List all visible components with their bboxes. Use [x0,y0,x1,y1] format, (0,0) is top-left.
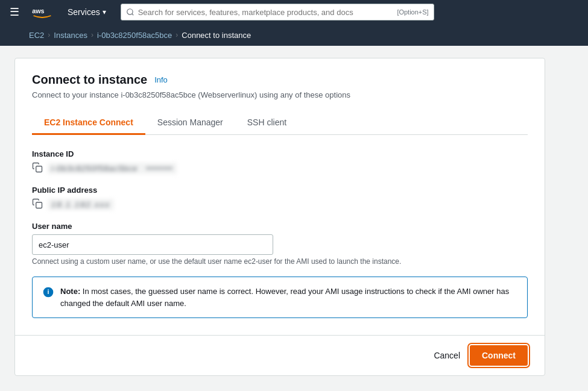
username-section: User name Connect using a custom user na… [32,222,528,266]
panel-title: Connect to instance [32,73,147,87]
svg-line-2 [131,14,133,16]
svg-point-1 [127,9,132,14]
search-shortcut-label: [Option+S] [397,8,428,16]
search-input[interactable] [138,8,395,17]
top-navigation: ☰ aws Services ▾ [Option+S] [0,0,588,24]
note-text: Note: In most cases, the guessed user na… [60,286,517,309]
breadcrumb-ec2[interactable]: EC2 [29,31,44,40]
note-box: i Note: In most cases, the guessed user … [32,277,528,318]
copy-public-ip-icon[interactable] [32,198,43,211]
breadcrumb-instance-id[interactable]: i-0b3c8250f58ac5bce [97,31,172,40]
svg-rect-3 [36,166,42,172]
info-link[interactable]: Info [154,75,168,84]
username-label: User name [32,222,528,231]
instance-id-section: Instance ID i-0b3c8250f58ac5bce •••••••• [32,149,528,175]
public-ip-section: Public IP address 18.1.182.xxx [32,186,528,211]
instance-id-row: i-0b3c8250f58ac5bce •••••••• [32,162,528,175]
public-ip-row: 18.1.182.xxx [32,198,528,211]
panel-footer: Cancel Connect [15,335,545,375]
copy-instance-id-icon[interactable] [32,162,43,175]
svg-rect-4 [36,202,42,208]
breadcrumb-instances[interactable]: Instances [54,31,87,40]
username-input[interactable] [32,234,273,255]
tab-ec2-instance-connect[interactable]: EC2 Instance Connect [32,111,145,135]
svg-text:aws: aws [32,7,44,14]
public-ip-label: Public IP address [32,186,528,195]
panel-header: Connect to instance Info [32,73,528,87]
username-hint: Connect using a custom user name, or use… [32,257,528,266]
info-circle-icon: i [42,286,54,301]
svg-text:i: i [47,288,49,295]
services-menu-button[interactable]: Services ▾ [63,5,111,19]
breadcrumb-bar: EC2 › Instances › i-0b3c8250f58ac5bce › … [0,24,588,46]
tabs-container: EC2 Instance Connect Session Manager SSH… [32,111,528,135]
search-icon [126,8,134,16]
tab-ssh-client[interactable]: SSH client [235,111,299,135]
breadcrumb-connect: Connect to instance [182,31,251,40]
search-bar[interactable]: [Option+S] [121,4,434,20]
connect-panel: Connect to instance Info Connect to your… [14,58,545,376]
aws-logo: aws [31,5,53,19]
instance-id-label: Instance ID [32,149,528,158]
hamburger-menu-icon[interactable]: ☰ [7,3,22,21]
panel-subtitle: Connect to your instance i-0b3c8250f58ac… [32,90,528,99]
tab-session-manager[interactable]: Session Manager [145,111,235,135]
cancel-button[interactable]: Cancel [434,351,460,360]
public-ip-value: 18.1.182.xxx [48,199,114,210]
main-content: Connect to instance Info Connect to your… [0,46,588,388]
instance-id-value: i-0b3c8250f58ac5bce •••••••• [48,163,177,174]
connect-button[interactable]: Connect [470,345,528,366]
